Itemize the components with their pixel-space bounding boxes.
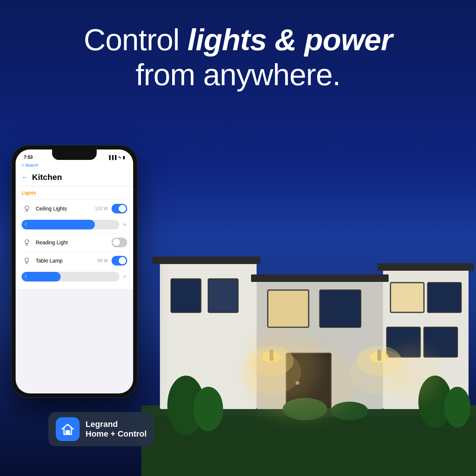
- toggle-reading[interactable]: [112, 238, 127, 247]
- search-label: < Search: [22, 163, 38, 167]
- slider-row-ceiling: ☾ ☀: [22, 218, 127, 233]
- slider-fill-ceiling: ☾: [22, 220, 95, 229]
- headline-normal-text: Control: [84, 23, 187, 57]
- headline-line2: from anywhere.: [0, 57, 476, 92]
- svg-rect-10: [208, 279, 238, 312]
- svg-point-44: [28, 240, 29, 241]
- svg-rect-7: [251, 274, 389, 282]
- sun-icon-ceiling: ☀: [122, 222, 127, 228]
- slider-track-table[interactable]: ☾: [22, 272, 119, 282]
- phone-notch: [52, 149, 97, 160]
- moon-icon-table: ☾: [25, 274, 29, 279]
- device-watt-table: 68 W: [97, 258, 108, 263]
- phone-mockup: 7:53 ▐▐▐ ∿ ▮ < Search ← Kitchen Lights: [11, 145, 138, 398]
- moon-icon: ☾: [25, 222, 29, 227]
- nav-bar: ← Kitchen: [16, 170, 133, 186]
- slider-fill-table: ☾: [22, 272, 61, 282]
- app-icon[interactable]: [56, 417, 80, 441]
- phone-screen: 7:53 ▐▐▐ ∿ ▮ < Search ← Kitchen Lights: [16, 149, 133, 393]
- svg-point-37: [444, 387, 470, 428]
- svg-rect-8: [377, 263, 474, 271]
- bulb-icon-reading: [22, 237, 32, 248]
- device-name-reading: Reading Light: [36, 239, 108, 245]
- sun-icon-table: ☀: [122, 274, 127, 280]
- slider-track-ceiling[interactable]: ☾: [22, 220, 119, 229]
- headline-line1: Control lights & power: [0, 22, 476, 57]
- status-time: 7:53: [24, 155, 33, 160]
- phone-frame: 7:53 ▐▐▐ ∿ ▮ < Search ← Kitchen Lights: [11, 145, 138, 398]
- signal-icon: ▐▐▐: [108, 155, 116, 160]
- glow-right: [383, 346, 439, 402]
- device-row-reading: Reading Light: [22, 233, 127, 251]
- svg-rect-46: [66, 431, 70, 434]
- app-text: Legrand Home + Control: [86, 419, 147, 439]
- battery-icon: ▮: [123, 155, 125, 160]
- device-watt-ceiling: 110 W: [95, 206, 108, 211]
- svg-rect-20: [390, 283, 424, 312]
- svg-rect-6: [152, 257, 260, 264]
- svg-rect-22: [428, 283, 461, 312]
- app-name-line1: Legrand: [86, 419, 147, 429]
- glow-bottom: [245, 346, 357, 420]
- device-name-table: Table Lamp: [36, 258, 97, 264]
- device-row-ceiling: Ceiling Lights 110 W: [22, 199, 127, 218]
- house-illustration: [141, 186, 476, 476]
- app-badge: Legrand Home + Control: [48, 412, 154, 446]
- status-icons: ▐▐▐ ∿ ▮: [108, 155, 125, 160]
- bulb-icon-ceiling: [22, 203, 32, 214]
- headline-italic-text: lights & power: [187, 23, 392, 57]
- toggle-table[interactable]: [112, 256, 127, 266]
- back-button[interactable]: ←: [22, 174, 28, 181]
- svg-rect-9: [171, 279, 201, 312]
- toggle-ceiling[interactable]: [112, 204, 127, 213]
- room-title: Kitchen: [32, 173, 62, 182]
- device-name-ceiling: Ceiling Lights: [36, 206, 95, 212]
- svg-rect-15: [320, 290, 361, 327]
- headline-block: Control lights & power from anywhere.: [0, 22, 476, 93]
- svg-rect-13: [268, 290, 309, 327]
- svg-point-35: [193, 387, 223, 431]
- bulb-icon-table: [22, 255, 32, 266]
- app-name-line2: Home + Control: [86, 429, 147, 439]
- section-label: Lights: [22, 190, 127, 196]
- search-bar[interactable]: < Search: [16, 161, 133, 170]
- device-row-table: Table Lamp 68 W: [22, 251, 127, 270]
- device-list: Lights Ceiling Lights 110 W: [16, 186, 133, 289]
- wifi-icon: ∿: [118, 155, 121, 160]
- slider-row-table: ☾ ☀: [22, 270, 127, 285]
